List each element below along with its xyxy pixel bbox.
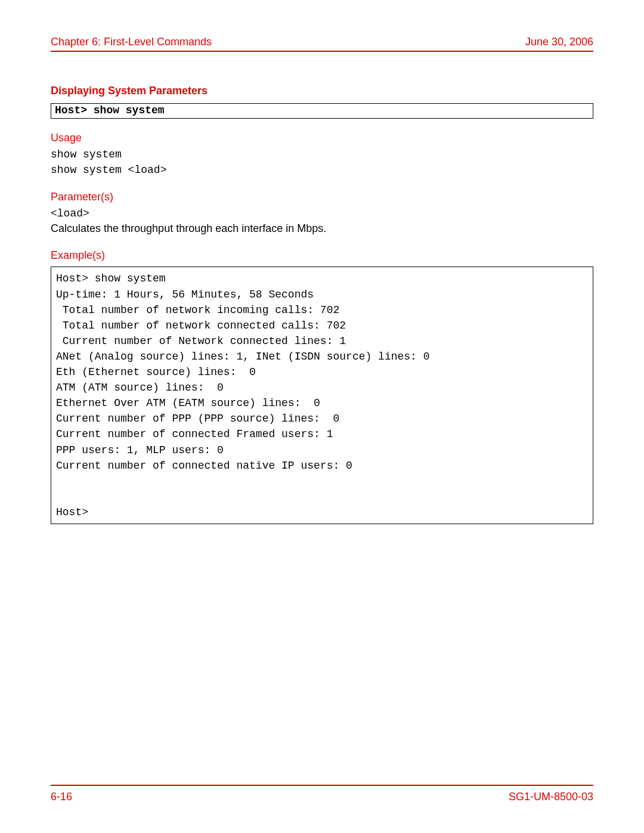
header-rule xyxy=(51,51,593,52)
footer-rule xyxy=(51,785,593,786)
page-header: Chapter 6: First-Level Commands June 30,… xyxy=(51,36,593,48)
parameter-description: Calculates the throughput through each i… xyxy=(51,221,593,236)
usage-heading: Usage xyxy=(51,132,593,144)
examples-heading: Example(s) xyxy=(51,249,593,262)
page-number: 6-16 xyxy=(51,791,72,803)
parameter-name: <load> xyxy=(51,206,593,221)
usage-lines: show system show system <load> xyxy=(51,147,593,178)
document-page: Chapter 6: First-Level Commands June 30,… xyxy=(0,0,644,833)
section-title: Displaying System Parameters xyxy=(51,85,593,97)
page-footer: 6-16 SG1-UM-8500-03 xyxy=(51,785,593,803)
header-date: June 30, 2006 xyxy=(525,36,593,48)
parameters-heading: Parameter(s) xyxy=(51,191,593,203)
example-box: Host> show system Up-time: 1 Hours, 56 M… xyxy=(51,267,593,524)
command-box: Host> show system xyxy=(51,103,593,119)
example-output: Host> show system Up-time: 1 Hours, 56 M… xyxy=(56,271,588,520)
chapter-title: Chapter 6: First-Level Commands xyxy=(51,36,212,48)
document-id: SG1-UM-8500-03 xyxy=(509,791,593,803)
command-text: Host> show system xyxy=(55,104,165,116)
